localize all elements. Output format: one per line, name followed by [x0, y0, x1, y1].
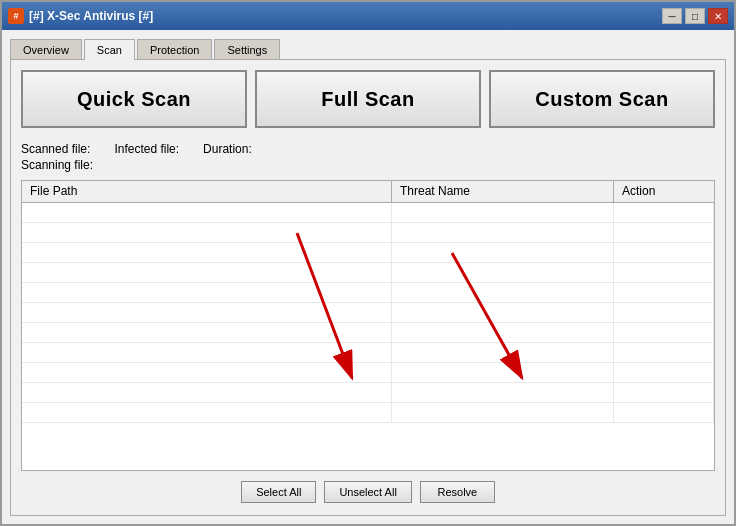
close-button[interactable]: ✕ — [708, 8, 728, 24]
table-row — [22, 283, 714, 303]
quick-scan-button[interactable]: Quick Scan — [21, 70, 247, 128]
unselect-all-button[interactable]: Unselect All — [324, 481, 411, 503]
table-row — [22, 223, 714, 243]
table-row — [22, 343, 714, 363]
table-header: File Path Threat Name Action — [22, 181, 714, 203]
results-table: File Path Threat Name Action — [21, 180, 715, 471]
table-body — [22, 203, 714, 470]
minimize-button[interactable]: ─ — [662, 8, 682, 24]
content-area: Overview Scan Protection Settings Quick … — [2, 30, 734, 524]
table-row — [22, 323, 714, 343]
app-icon: # — [8, 8, 24, 24]
col-header-filepath: File Path — [22, 181, 392, 202]
full-scan-button[interactable]: Full Scan — [255, 70, 481, 128]
col-header-action: Action — [614, 181, 714, 202]
table-row — [22, 383, 714, 403]
title-bar-left: # [#] X-Sec Antivirus [#] — [8, 8, 153, 24]
maximize-button[interactable]: □ — [685, 8, 705, 24]
scanned-file-item: Scanned file: — [21, 142, 94, 156]
bottom-bar: Select All Unselect All Resolve — [21, 475, 715, 505]
duration-item: Duration: — [203, 142, 256, 156]
table-row — [22, 243, 714, 263]
title-controls: ─ □ ✕ — [662, 8, 728, 24]
table-row — [22, 263, 714, 283]
scan-buttons-row: Quick Scan Full Scan Custom Scan — [21, 70, 715, 128]
table-row — [22, 403, 714, 423]
info-row-1: Scanned file: Infected file: Duration: — [21, 142, 715, 156]
tab-scan[interactable]: Scan — [84, 39, 135, 60]
select-all-button[interactable]: Select All — [241, 481, 316, 503]
tab-overview[interactable]: Overview — [10, 39, 82, 60]
table-row — [22, 363, 714, 383]
scanning-file-label: Scanning file: — [21, 158, 93, 172]
scanned-file-label: Scanned file: — [21, 142, 90, 156]
col-header-threat: Threat Name — [392, 181, 614, 202]
duration-label: Duration: — [203, 142, 252, 156]
tab-protection[interactable]: Protection — [137, 39, 213, 60]
resolve-button[interactable]: Resolve — [420, 481, 495, 503]
infected-file-label: Infected file: — [114, 142, 179, 156]
tab-bar: Overview Scan Protection Settings — [10, 38, 726, 59]
scanning-file-item: Scanning file: — [21, 158, 97, 172]
table-row — [22, 203, 714, 223]
tab-settings[interactable]: Settings — [214, 39, 280, 60]
scan-panel: Quick Scan Full Scan Custom Scan Scanned… — [10, 59, 726, 516]
main-window: # [#] X-Sec Antivirus [#] ─ □ ✕ Overview… — [0, 0, 736, 526]
info-row-2: Scanning file: — [21, 158, 715, 172]
window-title: [#] X-Sec Antivirus [#] — [29, 9, 153, 23]
custom-scan-button[interactable]: Custom Scan — [489, 70, 715, 128]
infected-file-item: Infected file: — [114, 142, 183, 156]
title-bar: # [#] X-Sec Antivirus [#] ─ □ ✕ — [2, 2, 734, 30]
table-row — [22, 303, 714, 323]
